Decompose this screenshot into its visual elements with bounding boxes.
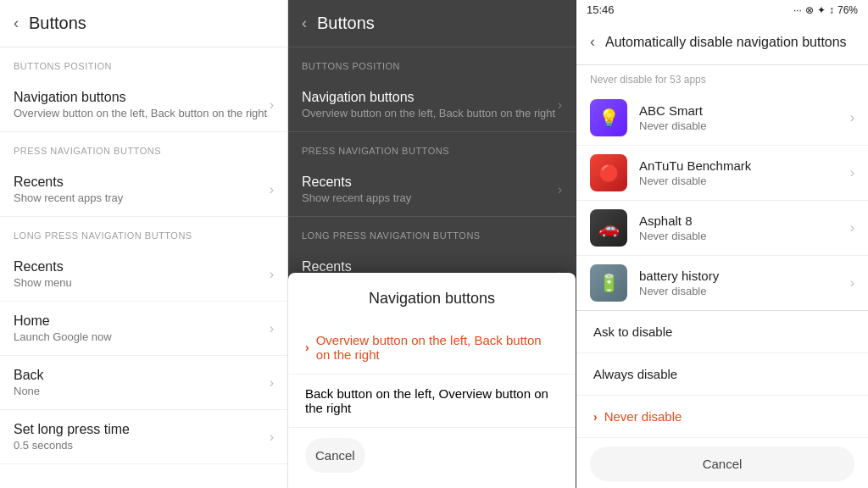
asphalt-chevron-icon: › [850,220,854,236]
panel2-header: ‹ Buttons [288,0,576,47]
back-sub: None [14,385,270,397]
never-disable-text: Never disable [604,409,682,424]
panel3-title: Automatically disable navigation buttons [605,35,847,50]
long-press-time-title: Set long press time [14,422,270,437]
panel2-recents-sub: Show recent apps tray [302,191,558,204]
recents-press-sub: Show recent apps tray [14,191,270,204]
section-label-press-nav: PRESS NAVIGATION BUTTONS [0,132,287,163]
long-press-time-sub: 0.5 seconds [14,439,270,452]
ask-to-disable-option[interactable]: Ask to disable [576,311,868,353]
nav-buttons-sub: Overview button on the left, Back button… [14,107,270,119]
dialog-title: Navigation buttons [288,290,576,321]
home-item[interactable]: Home Launch Google now › [0,302,287,356]
battery-icon: 76% [837,4,858,16]
disable-options-overlay: Ask to disable Always disable › Never di… [576,310,868,488]
back-title: Back [14,368,270,383]
antutu-name: AnTuTu Benchmark [639,158,850,173]
status-time: 15:46 [587,3,615,16]
asphalt-name: Asphalt 8 [639,214,850,228]
never-disable-option[interactable]: › Never disable [576,396,868,438]
asphalt-icon: 🚗 [590,209,627,247]
app-item-battery[interactable]: 🔋 battery history Never disable › [576,256,868,311]
panel2-back-arrow-icon[interactable]: ‹ [302,14,307,32]
home-title: Home [14,313,270,329]
dialog-option1-text: Overview button on the left, Back button… [316,333,559,362]
panel2-recents-chevron: › [558,182,562,197]
recents-press-item[interactable]: Recents Show recent apps tray › [0,163,287,217]
back-item[interactable]: Back None › [0,356,287,410]
bluetooth-icon: ✦ [817,4,826,16]
app-item-abc[interactable]: 💡 ABC Smart Never disable › [576,91,868,146]
panel3-back-arrow-icon[interactable]: ‹ [590,33,595,51]
battery-history-status: Never disable [639,285,850,297]
check-icon: › [305,341,309,354]
home-chevron: › [270,321,274,336]
data-icon: ↕ [829,4,834,16]
section-label-long-press: LONG PRESS NAVIGATION BUTTONS [0,217,287,247]
panel3-header: ‹ Automatically disable navigation butto… [576,19,868,65]
recents-press-chevron: › [270,182,274,197]
abc-smart-name: ABC Smart [639,103,850,118]
never-disable-count-label: Never disable for 53 apps [576,65,868,91]
long-press-time-item[interactable]: Set long press time 0.5 seconds › [0,410,287,464]
panel1-header: ‹ Buttons [0,0,287,47]
signal-icon: ··· [793,4,802,16]
antutu-icon: 🔴 [590,154,627,191]
home-sub: Launch Google now [14,330,270,343]
app-item-asphalt[interactable]: 🚗 Asphalt 8 Never disable › [576,201,868,256]
panel2-section-long-press: LONG PRESS NAVIGATION BUTTONS [288,217,576,247]
status-bar: 15:46 ··· ⊗ ✦ ↕ 76% [576,0,868,19]
abc-smart-status: Never disable [639,119,850,132]
always-disable-option[interactable]: Always disable [576,353,868,396]
panel2-nav-chevron: › [558,97,562,113]
app-item-antutu[interactable]: 🔴 AnTuTu Benchmark Never disable › [576,146,868,201]
recents-long-title: Recents [14,259,270,274]
recents-long-sub: Show menu [14,276,270,289]
back-chevron: › [270,375,274,391]
dialog-option-back-left[interactable]: Back button on the left, Overview button… [288,374,576,428]
panel2-recents-item[interactable]: Recents Show recent apps tray › [288,163,576,217]
right-cancel-button[interactable]: Cancel [590,446,854,481]
asphalt-status: Never disable [639,230,850,242]
always-disable-text: Always disable [593,367,677,381]
abc-smart-icon: 💡 [590,99,627,136]
long-press-time-chevron: › [270,430,274,445]
panel2-section-press-nav: PRESS NAVIGATION BUTTONS [288,132,576,163]
dialog-cancel-button[interactable]: Cancel [305,438,365,473]
panel1-title: Buttons [29,14,86,33]
panel2-section-buttons-position: BUTTONS POSITION [288,47,576,78]
panel2-nav-buttons-title: Navigation buttons [302,90,558,105]
battery-history-name: battery history [639,269,850,283]
abc-chevron-icon: › [850,110,854,125]
status-icons: ··· ⊗ ✦ ↕ 76% [793,4,858,16]
notification-icon: ⊗ [805,4,814,16]
panel2-title: Buttons [317,14,375,33]
dialog-option2-text: Back button on the left, Overview button… [305,386,559,415]
panel2-nav-buttons-item[interactable]: Navigation buttons Overview button on th… [288,78,576,132]
nav-buttons-title: Navigation buttons [14,90,270,105]
recents-press-title: Recents [14,175,270,190]
nav-buttons-item[interactable]: Navigation buttons Overview button on th… [0,78,287,132]
panel2-nav-buttons-sub: Overview button on the left, Back button… [302,107,558,119]
nav-buttons-dialog: Navigation buttons › Overview button on … [288,273,576,488]
battery-history-icon: 🔋 [590,264,627,302]
never-disable-check-icon: › [593,410,598,424]
recents-long-press-item[interactable]: Recents Show menu › [0,247,287,302]
panel-buttons-settings: ‹ Buttons BUTTONS POSITION Navigation bu… [0,0,288,488]
battery-history-chevron-icon: › [850,275,854,291]
antutu-chevron-icon: › [850,165,854,180]
antutu-status: Never disable [639,175,850,187]
ask-to-disable-text: Ask to disable [593,324,672,339]
panel2-recents-title: Recents [302,175,558,190]
dialog-option-overview-left[interactable]: › Overview button on the left, Back butt… [288,321,576,374]
panel-buttons-dark: ‹ Buttons BUTTONS POSITION Navigation bu… [288,0,576,488]
panel-auto-disable: 15:46 ··· ⊗ ✦ ↕ 76% ‹ Automatically disa… [576,0,868,488]
back-arrow-icon[interactable]: ‹ [14,14,19,32]
nav-buttons-chevron: › [270,97,274,113]
recents-long-chevron: › [270,267,274,282]
section-label-buttons-position: BUTTONS POSITION [0,47,287,78]
